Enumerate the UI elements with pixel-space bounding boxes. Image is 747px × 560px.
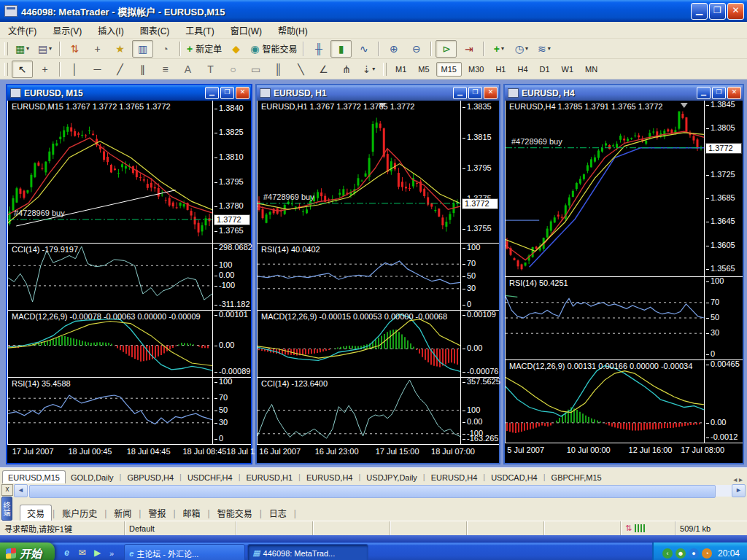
media-player-icon[interactable]: ▶ bbox=[91, 547, 104, 559]
trendline-button[interactable]: ╱ bbox=[109, 61, 131, 78]
toolbar-grip[interactable] bbox=[383, 63, 387, 76]
symbol-tab-5[interactable]: EURUSD,H4 bbox=[301, 471, 358, 483]
chart-shift-button[interactable]: ⇥ bbox=[458, 40, 479, 58]
terminal-tab-4[interactable]: 邮箱 bbox=[177, 505, 207, 521]
indicator-pane[interactable]: MACD(12,26,9) -0.00015 0.00053 0.00000 -… bbox=[257, 311, 499, 378]
scroll-right-icon[interactable]: ► bbox=[732, 484, 746, 497]
data-window-button[interactable]: + bbox=[87, 40, 108, 58]
menu-item-2[interactable]: 插入(I) bbox=[90, 23, 131, 38]
chart-maximize-button[interactable]: ❐ bbox=[712, 87, 726, 99]
expert-advisors-button[interactable]: ◉智能交易 bbox=[248, 40, 299, 58]
terminal-scrollbar[interactable]: ◄ ► bbox=[14, 484, 746, 497]
symbol-tab-4[interactable]: EURUSD,H1 bbox=[241, 471, 298, 483]
menu-item-0[interactable]: 文件(F) bbox=[0, 23, 44, 38]
equidistant-channel-button[interactable]: ∥ bbox=[132, 61, 153, 78]
chart-title-bar[interactable]: EURUSD, M15 ▁ ❐ ✕ bbox=[7, 85, 251, 101]
period-h1-button[interactable]: H1 bbox=[490, 62, 511, 77]
terminal-tab-6[interactable]: 日志 bbox=[263, 505, 293, 521]
crosshair-button[interactable]: + bbox=[34, 61, 55, 78]
indicator-pane[interactable]: MACD(12,26,9) 0.00131 0.00166 0.00000 -0… bbox=[505, 360, 743, 443]
auto-scroll-button[interactable]: ⊳ bbox=[436, 40, 457, 58]
task-button-0[interactable]: e主论坛 - 外汇论... bbox=[124, 544, 245, 560]
indicator-pane[interactable]: MACD(12,26,9) -0.00078 -0.00063 0.00000 … bbox=[7, 311, 251, 378]
maximize-button[interactable]: ❐ bbox=[709, 3, 726, 20]
price-pane[interactable]: #4728969 buyEURUSD,H4 1.3785 1.3791 1.37… bbox=[505, 101, 743, 277]
terminal-tab-2[interactable]: 新闻 bbox=[107, 505, 138, 521]
scroll-left-icon[interactable]: ◄ bbox=[14, 484, 28, 497]
horizontal-line-button[interactable]: ─ bbox=[87, 61, 108, 78]
chart-title-bar[interactable]: EURUSD, H1 ▁ ❐ ✕ bbox=[257, 85, 499, 101]
menu-item-5[interactable]: 窗口(W) bbox=[222, 23, 270, 38]
price-pane[interactable]: #4728969 buyEURUSD,H1 1.3767 1.3772 1.37… bbox=[257, 101, 499, 244]
symbol-tab-0[interactable]: EURUSD,M15 bbox=[2, 470, 66, 483]
chart-minimize-button[interactable]: ▁ bbox=[205, 87, 219, 99]
period-w1-button[interactable]: W1 bbox=[557, 62, 579, 77]
metaeditor-alert-button[interactable]: ◆ bbox=[225, 40, 247, 58]
chart-title-bar[interactable]: EURUSD, H4 ▁ ❐ ✕ bbox=[505, 85, 743, 101]
menu-item-1[interactable]: 显示(V) bbox=[44, 23, 90, 38]
indicator-pane[interactable]: RSI(14) 40.04021007050300 bbox=[257, 244, 499, 311]
symbol-tab-7[interactable]: EURUSD,H4 bbox=[426, 471, 483, 483]
close-button[interactable]: ✕ bbox=[727, 3, 744, 20]
bar-chart-mode-button[interactable]: ╫ bbox=[308, 40, 329, 58]
templates-button[interactable]: ≋▾ bbox=[533, 40, 554, 58]
mail-icon[interactable]: ✉ bbox=[76, 547, 88, 559]
menu-item-4[interactable]: 工具(T) bbox=[177, 23, 222, 38]
symbol-tab-1[interactable]: GOLD,Daily bbox=[66, 471, 119, 483]
symbol-tab-8[interactable]: USDCAD,H4 bbox=[486, 471, 543, 483]
strategy-tester-button[interactable]: ◔ bbox=[155, 40, 176, 58]
period-d1-button[interactable]: D1 bbox=[535, 62, 555, 77]
indicator-pane[interactable]: RSI(14) 35.45881007050300 bbox=[7, 378, 251, 445]
symbol-tab-3[interactable]: USDCHF,H4 bbox=[182, 471, 238, 483]
terminal-close-button[interactable]: x bbox=[1, 484, 13, 496]
chart-close-button[interactable]: ✕ bbox=[727, 87, 741, 99]
period-mn-button[interactable]: MN bbox=[580, 62, 603, 77]
new-chart-button[interactable]: ▦▾ bbox=[12, 40, 33, 58]
zoom-in-button[interactable]: ⊕ bbox=[383, 40, 404, 58]
indicator-pane[interactable]: CCI(14) -179.9197298.06821000.00-100-311… bbox=[7, 244, 251, 311]
chart-close-button[interactable]: ✕ bbox=[484, 87, 498, 99]
menu-item-3[interactable]: 图表(C) bbox=[132, 23, 178, 38]
chart-close-button[interactable]: ✕ bbox=[236, 87, 249, 99]
terminal-tab-3[interactable]: 警报 bbox=[142, 505, 172, 521]
tab-scroll-arrows[interactable]: ◂ ▸ bbox=[729, 475, 747, 483]
fibonacci-retracement-button[interactable]: ≡ bbox=[155, 61, 176, 78]
toolbar-grip[interactable] bbox=[4, 63, 8, 76]
terminal-tab-1[interactable]: 账户历史 bbox=[55, 505, 104, 521]
terminal-tab-0[interactable]: 交易 bbox=[20, 505, 52, 521]
chart-minimize-button[interactable]: ▁ bbox=[453, 87, 467, 99]
cursor-button[interactable]: ↖ bbox=[12, 61, 33, 78]
period-m15-button[interactable]: M15 bbox=[436, 62, 462, 77]
title-bar[interactable]: 446098: MetaTrader - 模拟帐户 - EURUSD,M15 ▁… bbox=[0, 0, 747, 22]
rectangle-button[interactable]: ▭ bbox=[245, 61, 266, 78]
price-pane[interactable]: #4728969 buyEURUSD,M15 1.3767 1.3772 1.3… bbox=[7, 101, 251, 244]
ie-icon[interactable]: e bbox=[61, 547, 73, 559]
fibo-channel-button[interactable]: ╲ bbox=[290, 61, 311, 78]
chart-maximize-button[interactable]: ❐ bbox=[468, 87, 482, 99]
line-chart-mode-button[interactable]: ∿ bbox=[353, 40, 374, 58]
symbol-tab-6[interactable]: USDJPY,Daily bbox=[361, 471, 422, 483]
text-button[interactable]: A bbox=[177, 61, 198, 78]
period-h4-button[interactable]: H4 bbox=[512, 62, 533, 77]
market-watch-button[interactable]: ⇅ bbox=[64, 40, 85, 58]
task-button-1[interactable]: ▦446098: MetaTrad... bbox=[247, 544, 368, 560]
terminal-tab-5[interactable]: 智能交易 bbox=[211, 505, 259, 521]
scrollbar-thumb[interactable] bbox=[29, 485, 716, 498]
profiles-button[interactable]: ▤▾ bbox=[34, 40, 55, 58]
andrews-pitchfork-button[interactable]: ⋔ bbox=[336, 61, 357, 78]
indicator-pane[interactable]: CCI(14) -123.6400357.56251000.00-100-163… bbox=[257, 378, 499, 445]
terminal-side-label[interactable]: 终端 bbox=[1, 497, 12, 521]
start-button[interactable]: 开始 bbox=[0, 542, 55, 560]
new-order-button[interactable]: +新定单 bbox=[185, 40, 224, 58]
vertical-line-button[interactable]: │ bbox=[64, 61, 85, 78]
minimize-button[interactable]: ▁ bbox=[691, 3, 708, 20]
chart-body[interactable]: #4728969 buyEURUSD,M15 1.3767 1.3772 1.3… bbox=[7, 101, 251, 463]
period-m1-button[interactable]: M1 bbox=[390, 62, 411, 77]
toolbar-grip[interactable] bbox=[4, 42, 8, 55]
symbol-tab-9[interactable]: GBPCHF,M15 bbox=[546, 471, 607, 483]
chart-body[interactable]: #4728969 buyEURUSD,H1 1.3767 1.3772 1.37… bbox=[257, 101, 499, 463]
text-label-button[interactable]: T bbox=[200, 61, 221, 78]
menu-item-6[interactable]: 帮助(H) bbox=[270, 23, 316, 38]
terminal-toggle-button[interactable]: ▥ bbox=[132, 40, 153, 58]
period-m30-button[interactable]: M30 bbox=[463, 62, 489, 77]
